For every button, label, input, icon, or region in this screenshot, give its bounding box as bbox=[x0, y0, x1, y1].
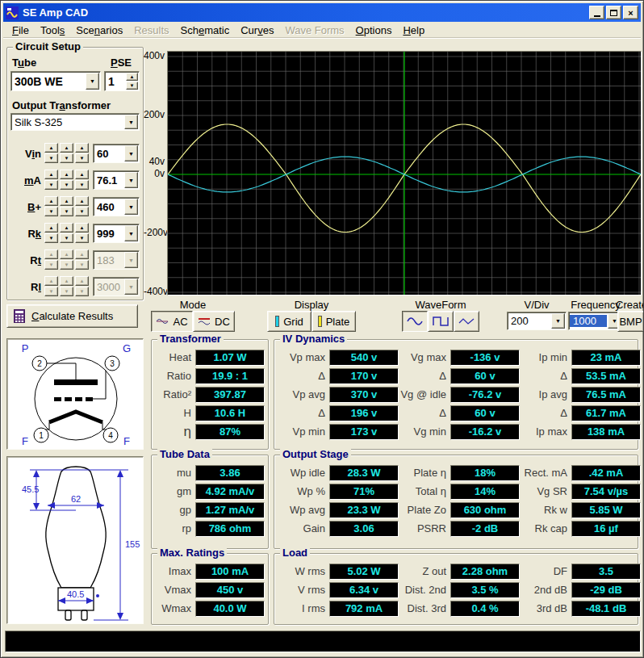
param-value-select[interactable]: 999▼ bbox=[93, 224, 140, 243]
param-dropdown-icon[interactable]: ▼ bbox=[124, 145, 138, 161]
iv_dynamics-row: Vp max540 v bbox=[278, 348, 399, 367]
menu-results: Results bbox=[128, 23, 174, 38]
menu-schematic[interactable]: Schematic bbox=[175, 23, 236, 38]
spin-down-icon[interactable]: ▼ bbox=[60, 207, 73, 216]
param-dropdown-icon[interactable]: ▼ bbox=[124, 199, 138, 215]
spin-down-icon[interactable]: ▼ bbox=[75, 207, 89, 216]
menu-scenarios[interactable]: Scenarios bbox=[70, 23, 128, 38]
param-row-vin: Vin▲▼▲▼▲▼60▼ bbox=[9, 141, 141, 168]
iv_dynamics-row: Δ53.5 mA bbox=[520, 367, 641, 385]
menu-file[interactable]: File bbox=[6, 23, 35, 38]
param-value-select[interactable]: 460▼ bbox=[93, 197, 140, 216]
spin-down-icon[interactable]: ▼ bbox=[44, 233, 58, 243]
spin-down-icon: ▼ bbox=[44, 260, 58, 270]
close-button[interactable]: × bbox=[623, 6, 638, 19]
create-bmp-button[interactable]: BMP bbox=[617, 311, 644, 332]
output-transformer-dropdown-icon[interactable]: ▼ bbox=[124, 115, 138, 129]
maximize-button[interactable] bbox=[606, 6, 621, 19]
metric-value: 60 v bbox=[450, 368, 520, 384]
menu-curves[interactable]: Curves bbox=[235, 23, 279, 38]
mode-ac-button[interactable]: AC bbox=[151, 311, 193, 332]
output_stage-row: Gain3.06 bbox=[278, 519, 399, 538]
metric-label: H bbox=[155, 407, 195, 419]
metric-value: 60 v bbox=[450, 405, 520, 421]
plate-letter: P bbox=[22, 342, 29, 354]
y-axis-tick: 200v bbox=[144, 109, 165, 120]
bmp-button-label: BMP bbox=[619, 316, 642, 328]
minimize-button[interactable] bbox=[589, 6, 604, 19]
param-value-select[interactable]: 60▼ bbox=[93, 144, 140, 163]
pin-3: 3 bbox=[110, 359, 115, 368]
y-axis-tick: 40v bbox=[144, 156, 165, 167]
metric-value: 3.5 bbox=[571, 564, 641, 580]
spin-down-icon[interactable]: ▼ bbox=[44, 180, 58, 190]
metric-value: 23 mA bbox=[571, 350, 641, 366]
metric-value: 10.6 H bbox=[195, 405, 265, 421]
spin-down-icon[interactable]: ▼ bbox=[44, 207, 58, 216]
param-value: 460 bbox=[94, 201, 123, 213]
spin-up-icon[interactable]: ▲ bbox=[75, 143, 89, 153]
spin-down-icon[interactable]: ▼ bbox=[60, 180, 73, 190]
frequency-select[interactable]: 1000 ▼ bbox=[568, 312, 623, 330]
metric-value: 61.7 mA bbox=[571, 405, 641, 421]
panel-output-stage: Output Stage Wp idle28.3 WWp %71%Wp avg2… bbox=[274, 455, 638, 549]
spin-up-icon[interactable]: ▲ bbox=[75, 170, 89, 179]
metric-value: 4.92 mA/v bbox=[195, 484, 265, 500]
vdiv-select[interactable]: 200 ▼ bbox=[507, 312, 567, 330]
menu-help[interactable]: Help bbox=[397, 23, 430, 38]
spin-up-icon[interactable]: ▲ bbox=[75, 223, 89, 233]
load-row: Z out2.28 ohm bbox=[399, 562, 520, 580]
param-value-select[interactable]: 76.1▼ bbox=[93, 170, 140, 190]
spin-up-icon[interactable]: ▲ bbox=[75, 196, 89, 206]
spin-up-icon[interactable]: ▲ bbox=[60, 196, 73, 206]
grid-button-label: Grid bbox=[283, 316, 303, 328]
menu-tools[interactable]: Tools bbox=[35, 23, 70, 38]
vdiv-dropdown-icon[interactable]: ▼ bbox=[551, 313, 565, 329]
display-plate-button[interactable]: Plate bbox=[312, 311, 356, 332]
frequency-label: Frequency bbox=[568, 299, 623, 311]
metric-value: 14% bbox=[450, 484, 520, 500]
metric-value: 792 mA bbox=[329, 601, 399, 617]
spin-up-icon[interactable]: ▲ bbox=[44, 143, 58, 153]
tube-dropdown-icon[interactable]: ▼ bbox=[86, 73, 99, 90]
waveform-sine-button[interactable] bbox=[402, 311, 428, 332]
spin-down-icon[interactable]: ▼ bbox=[75, 153, 89, 163]
menu-options[interactable]: Options bbox=[350, 23, 398, 38]
param-value: 60 bbox=[94, 148, 123, 160]
metric-label: Imax bbox=[155, 565, 195, 577]
spin-up-icon[interactable]: ▲ bbox=[44, 170, 58, 179]
param-dropdown-icon[interactable]: ▼ bbox=[124, 172, 138, 188]
spin-down-icon[interactable]: ▼ bbox=[60, 153, 73, 163]
tube-select[interactable]: 300B WE ▼ bbox=[10, 71, 101, 91]
waveform-triangle-button[interactable] bbox=[454, 311, 479, 332]
param-dropdown-icon[interactable]: ▼ bbox=[124, 225, 138, 241]
spin-down-icon[interactable]: ▼ bbox=[75, 180, 89, 190]
pse-stepper[interactable]: 1 ▲ ▼ bbox=[104, 71, 140, 91]
mode-dc-button[interactable]: DC bbox=[193, 311, 235, 332]
spin-down-icon[interactable]: ▼ bbox=[60, 233, 73, 243]
max_ratings-row: Imax100 mA bbox=[155, 562, 265, 580]
spin-up-icon[interactable]: ▲ bbox=[60, 170, 73, 179]
app-icon bbox=[6, 6, 19, 19]
spin-down-icon[interactable]: ▼ bbox=[44, 153, 58, 163]
output_stage-row: Wp %71% bbox=[278, 482, 399, 501]
spin-up-icon[interactable]: ▲ bbox=[44, 223, 58, 233]
waveform-square-button[interactable] bbox=[428, 311, 454, 332]
minimize-icon bbox=[594, 15, 600, 17]
tube-schematic-drawing: 2 3 1 4 P G F F bbox=[7, 339, 143, 449]
pse-down-icon[interactable]: ▼ bbox=[126, 82, 138, 90]
metric-label: Vg min bbox=[399, 425, 450, 438]
tube-dimensions-box: 45.5 62 155 40.5 bbox=[6, 456, 144, 624]
spin-down-icon[interactable]: ▼ bbox=[75, 233, 89, 243]
output-transformer-select[interactable]: Silk S-325 ▼ bbox=[10, 113, 140, 131]
calculate-results-button[interactable]: Calculate Results bbox=[6, 304, 138, 328]
tube-label: Tube bbox=[12, 57, 36, 69]
metric-value: 18% bbox=[450, 465, 520, 481]
spin-up-icon[interactable]: ▲ bbox=[44, 196, 58, 206]
display-grid-button[interactable]: Grid bbox=[267, 311, 312, 332]
spin-up-icon[interactable]: ▲ bbox=[60, 223, 73, 233]
spin-up-icon[interactable]: ▲ bbox=[60, 143, 73, 153]
metric-label: Ratio² bbox=[155, 388, 195, 400]
pse-up-icon[interactable]: ▲ bbox=[126, 73, 138, 81]
maximize-icon bbox=[610, 10, 617, 16]
